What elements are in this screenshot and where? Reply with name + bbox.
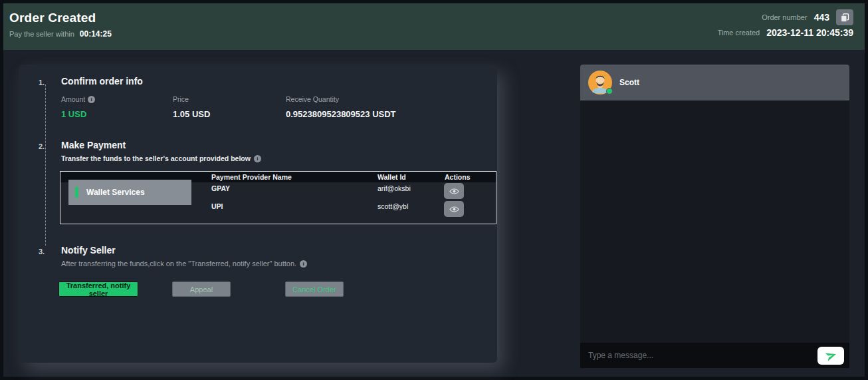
step1-number: 1. bbox=[39, 79, 45, 87]
payment-method-tab-wallet-services[interactable]: Wallet Services bbox=[68, 180, 191, 205]
view-wallet-details-button[interactable] bbox=[444, 201, 464, 217]
provider-name-cell: UPI bbox=[211, 202, 223, 210]
order-number-label: Order number bbox=[762, 13, 807, 21]
price-label: Price bbox=[173, 95, 189, 103]
step2-subtitle: Transfer the funds to the seller's accou… bbox=[61, 154, 251, 162]
step3-title: Notify Seller bbox=[61, 245, 116, 256]
step3-subtitle: After transferring the funds,click on th… bbox=[61, 260, 296, 268]
receive-quantity-value: 0.9523809523809523 USDT bbox=[286, 109, 396, 119]
copy-icon bbox=[841, 13, 849, 22]
order-steps-card: 1. Confirm order info Amount i 1 USD Pri… bbox=[19, 65, 497, 363]
eye-icon bbox=[449, 188, 459, 195]
provider-name-cell: GPAY bbox=[211, 184, 230, 192]
chat-panel: Scott bbox=[580, 65, 849, 368]
chat-message-area[interactable] bbox=[580, 100, 849, 343]
order-number-value: 443 bbox=[814, 12, 829, 23]
payment-info-icon[interactable]: i bbox=[254, 155, 261, 162]
steps-connector-line bbox=[45, 85, 46, 246]
column-actions: Actions bbox=[445, 173, 471, 181]
time-created-label: Time created bbox=[717, 29, 760, 37]
chat-message-input[interactable] bbox=[588, 351, 817, 360]
countdown-timer: 00:14:25 bbox=[80, 29, 112, 39]
column-provider-name: Payment Provider Name bbox=[211, 173, 292, 181]
wallet-id-cell: arif@oksbi bbox=[378, 184, 411, 192]
transferred-notify-seller-button[interactable]: Transferred, notify seller bbox=[58, 282, 138, 297]
amount-label: Amount bbox=[61, 95, 85, 103]
step3-number: 3. bbox=[39, 248, 45, 256]
amount-value: 1 USD bbox=[61, 109, 95, 119]
time-created-value: 2023-12-11 20:45:39 bbox=[766, 27, 853, 38]
online-status-dot bbox=[606, 88, 613, 95]
cancel-order-button[interactable]: Cancel Order bbox=[285, 282, 344, 297]
receive-quantity-label: Receive Quantity bbox=[286, 95, 339, 103]
eye-icon bbox=[449, 206, 459, 213]
page-title: Order Created bbox=[9, 11, 112, 25]
view-wallet-details-button[interactable] bbox=[444, 183, 464, 199]
send-message-button[interactable] bbox=[817, 347, 844, 365]
order-header-bar: Order Created Pay the seller within 00:1… bbox=[3, 3, 865, 50]
pay-within-label: Pay the seller within bbox=[9, 30, 74, 38]
avatar bbox=[588, 71, 612, 95]
active-method-indicator bbox=[75, 187, 78, 198]
chat-header: Scott bbox=[580, 65, 849, 100]
step1-title: Confirm order info bbox=[61, 76, 143, 87]
appeal-button[interactable]: Appeal bbox=[172, 282, 231, 297]
payment-methods-table: Payment Provider Name Wallet Id Actions … bbox=[60, 171, 496, 224]
chat-peer-name: Scott bbox=[619, 78, 639, 87]
column-wallet-id: Wallet Id bbox=[378, 173, 406, 181]
step2-number: 2. bbox=[39, 142, 45, 150]
wallet-id-cell: scott@ybl bbox=[378, 202, 408, 210]
page-background: 1. Confirm order info Amount i 1 USD Pri… bbox=[3, 50, 865, 377]
step2-title: Make Payment bbox=[61, 140, 126, 150]
chat-input-bar bbox=[580, 343, 849, 368]
paper-plane-icon bbox=[823, 348, 837, 362]
copy-order-number-button[interactable] bbox=[836, 9, 853, 25]
notify-info-icon[interactable]: i bbox=[300, 260, 307, 268]
price-value: 1.05 USD bbox=[173, 109, 210, 119]
amount-info-icon[interactable]: i bbox=[88, 96, 95, 103]
payment-method-name: Wallet Services bbox=[86, 188, 145, 197]
